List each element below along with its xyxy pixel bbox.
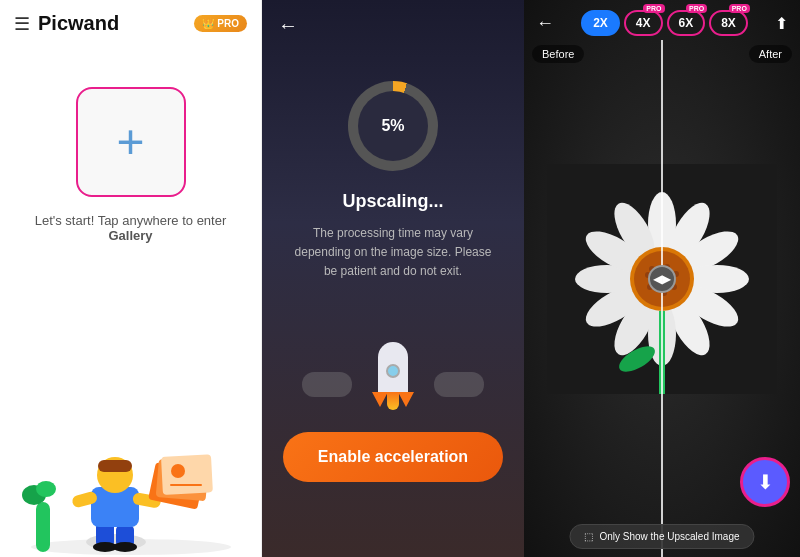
- add-gallery-button[interactable]: +: [76, 87, 186, 197]
- description-line2: Gallery: [35, 228, 227, 243]
- svg-rect-11: [98, 460, 132, 472]
- description-line1: Let's start! Tap anywhere to enter: [35, 213, 227, 228]
- rocket: [368, 342, 418, 412]
- svg-point-17: [171, 464, 185, 478]
- add-button-description: Let's start! Tap anywhere to enter Galle…: [35, 213, 227, 243]
- after-label: After: [749, 45, 792, 63]
- menu-icon[interactable]: ☰: [14, 13, 30, 35]
- process-content: 5% Upscaling... The processing time may …: [262, 51, 524, 557]
- scale-tab-6x[interactable]: 6X PRO: [667, 10, 706, 36]
- only-show-upscaled-button[interactable]: ⬚ Only Show the Upscaled Image: [569, 524, 754, 549]
- home-illustration: [0, 397, 261, 557]
- scale-tab-2x[interactable]: 2X: [581, 10, 620, 36]
- tab-4x-badge: PRO: [643, 4, 664, 13]
- view-header: ← 2X 4X PRO 6X PRO 8X PRO ⬆: [524, 0, 800, 46]
- process-panel: ← 5% Upscaling... The processing time ma…: [262, 0, 524, 557]
- progress-ring-inner: 5%: [358, 91, 428, 161]
- home-panel: ☰ Picwand PRO + Let's start! Tap anywher…: [0, 0, 262, 557]
- plus-icon: +: [116, 118, 144, 166]
- rocket-flame: [387, 392, 399, 410]
- tab-8x-badge: PRO: [729, 4, 750, 13]
- image-area: Before After ◀▶ ⬇ ⬚ Only Show the Upscal…: [524, 0, 800, 557]
- svg-point-8: [113, 542, 137, 552]
- scale-tabs: 2X 4X PRO 6X PRO 8X PRO: [562, 10, 767, 36]
- view-panel: ← 2X 4X PRO 6X PRO 8X PRO ⬆: [524, 0, 800, 557]
- add-button-area: + Let's start! Tap anywhere to enter Gal…: [0, 87, 261, 243]
- only-show-label: Only Show the Upscaled Image: [599, 531, 739, 542]
- progress-value: 5%: [381, 117, 404, 135]
- before-after-divider: [661, 40, 663, 557]
- enable-acceleration-button[interactable]: Enable acceleration: [283, 432, 503, 482]
- upscaling-title: Upscaling...: [342, 191, 443, 212]
- only-show-icon: ⬚: [584, 531, 593, 542]
- scale-tab-6x-label: 6X: [679, 16, 694, 30]
- share-icon[interactable]: ⬆: [775, 14, 788, 33]
- upscaling-description: The processing time may varydepending on…: [295, 224, 492, 282]
- cloud-right: [434, 372, 484, 397]
- cloud-left: [302, 372, 352, 397]
- rocket-illustration: [282, 312, 504, 412]
- back-button[interactable]: ←: [278, 14, 298, 37]
- svg-rect-1: [36, 502, 50, 552]
- process-header: ←: [262, 0, 524, 51]
- pro-badge: PRO: [194, 15, 247, 32]
- rocket-window: [386, 364, 400, 378]
- svg-point-3: [36, 481, 56, 497]
- rocket-body: [378, 342, 408, 392]
- rocket-fin-right: [398, 392, 414, 407]
- scale-tab-8x-label: 8X: [721, 16, 736, 30]
- scale-tab-2x-label: 2X: [593, 16, 608, 30]
- tab-6x-badge: PRO: [686, 4, 707, 13]
- progress-ring: 5%: [348, 81, 438, 171]
- scale-tab-8x[interactable]: 8X PRO: [709, 10, 748, 36]
- view-back-button[interactable]: ←: [536, 13, 554, 34]
- home-header: ☰ Picwand PRO: [0, 0, 261, 47]
- illustration-svg: [16, 407, 246, 557]
- divider-handle[interactable]: ◀▶: [648, 265, 676, 293]
- before-label: Before: [532, 45, 584, 63]
- svg-rect-16: [161, 454, 213, 495]
- scale-tab-4x[interactable]: 4X PRO: [624, 10, 663, 36]
- scale-tab-4x-label: 4X: [636, 16, 651, 30]
- download-icon: ⬇: [757, 470, 774, 494]
- app-title: Picwand: [38, 12, 186, 35]
- download-button[interactable]: ⬇: [740, 457, 790, 507]
- rocket-fin-left: [372, 392, 388, 407]
